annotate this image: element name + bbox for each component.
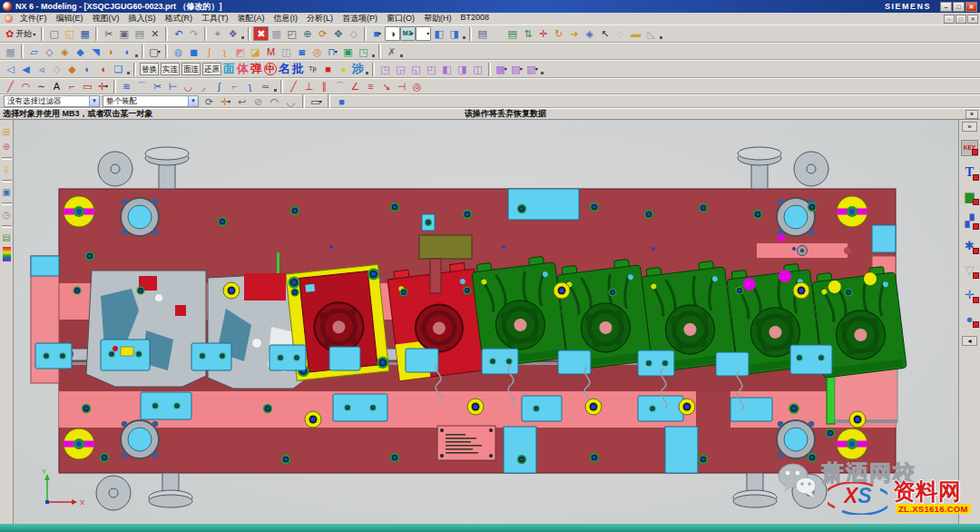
extract-geometry-icon[interactable]: ◨ [455, 62, 470, 76]
zoom-icon[interactable]: ⊕ [299, 26, 315, 41]
toolbar-options-dot[interactable] [273, 79, 278, 94]
move-component-icon[interactable]: ➜ [566, 26, 582, 41]
resize-face-icon[interactable]: ◐ [80, 62, 95, 76]
toolbar-options-dot[interactable] [659, 26, 663, 41]
shaded-select-icon[interactable]: ■ [334, 94, 349, 109]
touch-icon[interactable]: ⌖ [210, 26, 225, 41]
close-button[interactable]: ✕ [965, 2, 977, 12]
previous-selection-icon[interactable]: ↩ [234, 94, 250, 109]
curve-rule-icon[interactable]: ◠ [267, 94, 282, 109]
datum-axis-icon[interactable]: ◇ [42, 44, 57, 59]
close-button[interactable]: ✕ [967, 15, 978, 24]
mirror-feature-icon[interactable]: M [263, 44, 279, 59]
redo-icon[interactable]: ↷ [186, 26, 201, 41]
concentric-icon[interactable]: ◎ [409, 79, 425, 94]
wave-browser-icon[interactable]: ▧▾ [524, 62, 540, 76]
visualization-icon[interactable]: ❖ [225, 26, 240, 41]
insert-body-icon[interactable]: ● [961, 311, 978, 328]
datum-csys-icon[interactable]: ◈ [57, 44, 73, 59]
wave-interface-icon[interactable]: ▨▾ [509, 62, 524, 76]
menu-item-10[interactable]: 首选项(P) [338, 13, 382, 25]
parallel-icon[interactable]: ∥ [317, 79, 332, 94]
linked-body-icon[interactable]: ◫ [470, 62, 485, 76]
offset-curve-icon[interactable]: ≋ [119, 79, 134, 94]
collapse-arrow-button[interactable]: ◂ [962, 336, 977, 346]
color-palette-strip[interactable] [3, 247, 11, 261]
point-curve-icon[interactable]: ✛▾ [95, 79, 111, 94]
menu-item-2[interactable]: 编辑(E) [52, 13, 88, 25]
regenerate-icon[interactable]: ▩ [269, 26, 284, 41]
die-base-icon[interactable]: ▆ [961, 189, 978, 205]
collinear-icon[interactable]: ⊣ [394, 79, 409, 94]
update-display-icon[interactable]: ✖ [253, 26, 269, 41]
dropdown-caret[interactable]: ▾ [105, 79, 108, 94]
angle-icon[interactable]: ∠ [348, 79, 363, 94]
dropdown-caret[interactable]: ▾ [520, 62, 523, 76]
dropdown-caret[interactable]: ▾ [411, 26, 414, 41]
prompt-expand-button[interactable]: » [965, 110, 978, 119]
menu-item-13[interactable]: BT2008 [456, 13, 495, 25]
wave-link-icon[interactable]: ◳ [377, 62, 393, 76]
face-char-button[interactable]: 面 [222, 62, 236, 76]
promote-body-icon[interactable]: ◱ [408, 62, 424, 76]
nx-app-icon[interactable] [3, 2, 12, 11]
delete-icon[interactable]: ✕ [147, 26, 162, 41]
extend-curve-icon[interactable]: ⊢ [165, 79, 181, 94]
perspective-icon[interactable]: ◇ [346, 26, 361, 41]
project-curve-icon[interactable]: ≃ [258, 79, 273, 94]
menu-item-6[interactable]: 工具(T) [197, 13, 233, 25]
variational-sweep-icon[interactable]: ʅ [217, 44, 232, 59]
dropdown-caret[interactable]: ▾ [426, 26, 429, 41]
new-file-icon[interactable]: ▢ [46, 26, 62, 41]
key-tool-icon[interactable]: KEY [961, 140, 978, 156]
copy-icon[interactable]: ▣ [116, 26, 132, 41]
yellow-sphere-icon[interactable]: ● [336, 62, 351, 76]
extrude-icon[interactable]: ◥ [88, 44, 103, 59]
m3-icon[interactable]: M3▾ [400, 26, 416, 41]
law-curve-icon[interactable]: ⌐ [227, 79, 242, 94]
exploded-view-icon[interactable]: ⇅ [520, 26, 535, 41]
deformable-part-icon[interactable]: ◧ [439, 62, 455, 76]
section-icon[interactable]: ◺ [643, 26, 659, 41]
window-cascade-icon[interactable]: ▤ [475, 26, 490, 41]
replace-face-icon[interactable]: ◆ [64, 62, 80, 76]
chamfer-curve-icon[interactable]: ◞ [196, 79, 211, 94]
bridge-curve-icon[interactable]: ⌒ [134, 79, 150, 94]
restore-text-button[interactable]: 还原 [202, 63, 221, 75]
rectangle-select-icon[interactable]: ▭▾ [309, 94, 324, 109]
text-tool-icon[interactable]: T [961, 164, 978, 181]
pattern-icon[interactable]: ◳ [356, 44, 371, 59]
line-icon[interactable]: ╱ [3, 79, 18, 94]
stop-at-intersection-icon[interactable]: ◡ [283, 94, 299, 109]
assembly-constraints-icon[interactable]: ◈ [582, 26, 597, 41]
toolbar-options-dot[interactable] [540, 62, 544, 76]
front-view-icon[interactable]: ◧ [431, 26, 446, 41]
punch-tool-icon[interactable]: ▽ [961, 262, 978, 279]
paste-icon[interactable]: ▤ [132, 26, 147, 41]
equal-length-icon[interactable]: ≡ [363, 79, 378, 94]
tube-icon[interactable]: ◫ [279, 44, 294, 59]
dropdown-caret[interactable]: ▾ [335, 44, 338, 59]
helix-icon[interactable]: ʅ [242, 79, 258, 94]
unite-icon[interactable]: ◙ [294, 44, 309, 59]
center-char-button[interactable]: 中 [264, 63, 277, 75]
save-icon[interactable]: ▦ [77, 26, 93, 41]
undo-icon[interactable]: ↶ [171, 26, 186, 41]
move-face-icon[interactable]: ◁ [3, 62, 18, 76]
menu-item-9[interactable]: 分析(L) [302, 13, 338, 25]
dropdown-caret[interactable]: ▾ [378, 26, 381, 41]
menu-item-11[interactable]: 窗口(O) [382, 13, 419, 25]
zoom-window-icon[interactable]: ◰ [284, 26, 299, 41]
pan-icon[interactable]: ✥ [330, 26, 346, 41]
mirror-assembly-icon[interactable]: ◰ [424, 62, 439, 76]
wave-geometry-icon[interactable]: ▩▾ [494, 62, 509, 76]
offset-region-icon[interactable]: ◃ [34, 62, 49, 76]
toolbar-options-dot[interactable] [462, 26, 466, 41]
csys-icon[interactable]: ✛ [535, 26, 551, 41]
datum-plane-icon[interactable]: ▱ [26, 44, 42, 59]
toolbar-options-dot[interactable] [365, 62, 369, 76]
start-button[interactable]: ✿开始▾ [3, 26, 38, 41]
constraint-line-icon[interactable]: ╱ [286, 79, 301, 94]
dropdown-caret[interactable]: ▾ [158, 44, 161, 59]
assembly-sequence-icon[interactable]: ▤ [505, 26, 520, 41]
